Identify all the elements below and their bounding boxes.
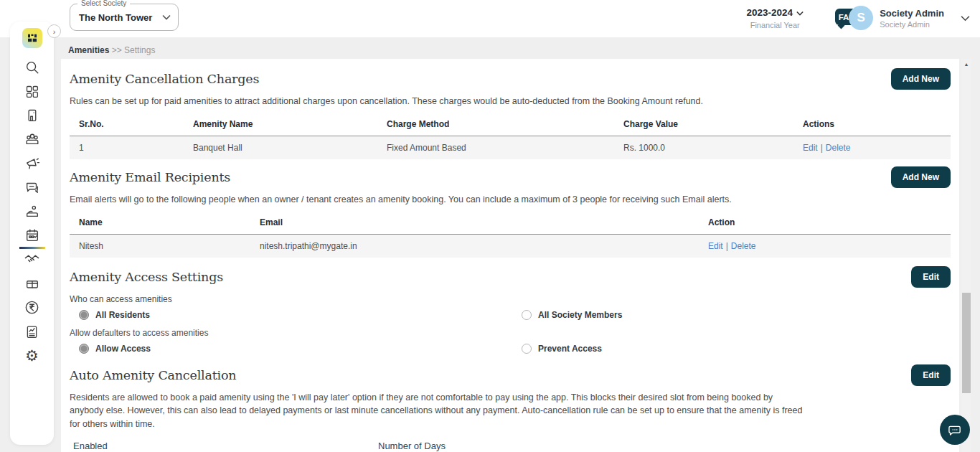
column-header: Sr.No.: [70, 119, 193, 129]
radio-allow-access[interactable]: Allow Access: [79, 344, 151, 354]
reports-icon[interactable]: [20, 320, 44, 344]
financial-year-selector[interactable]: 2023-2024 Financial Year: [746, 6, 804, 29]
table-row: 1 Banquet Hall Fixed Amount Based Rs. 10…: [70, 136, 951, 159]
cell-charge-method: Fixed Amount Based: [387, 143, 623, 153]
column-header: Charge Method: [387, 119, 623, 129]
chat-support-button[interactable]: [940, 415, 970, 445]
radio-selected-icon: [79, 344, 89, 354]
user-name: Society Admin: [880, 8, 944, 19]
edit-link[interactable]: Edit: [803, 143, 818, 153]
partners-handshake-icon[interactable]: [20, 248, 44, 272]
access-settings-title: Amenity Access Settings: [70, 270, 223, 284]
column-header: Charge Value: [623, 119, 803, 129]
assets-box-icon[interactable]: [20, 272, 44, 296]
breadcrumb-amenities[interactable]: Amenities: [68, 45, 109, 55]
radio-label: Prevent Access: [538, 344, 602, 354]
society-select-label: Select Society: [77, 0, 130, 7]
scrollbar[interactable]: ▲: [961, 59, 971, 452]
action-divider: |: [726, 241, 728, 251]
column-header: Actions: [803, 119, 951, 129]
access-settings-edit-button[interactable]: Edit: [911, 266, 951, 288]
auto-cancellation-description: Residents are allowed to book a paid ame…: [70, 391, 809, 430]
edit-link[interactable]: Edit: [708, 241, 723, 251]
column-header: Name: [70, 217, 260, 227]
table-row: Nitesh nitesh.tripathi@mygate.in Edit|De…: [70, 235, 951, 258]
auto-cancellation-table: Enabled Number of Days ✔ 2: [70, 437, 951, 452]
email-recipients-add-new-button[interactable]: Add New: [891, 166, 951, 188]
scrollbar-up-arrow[interactable]: ▲: [961, 59, 971, 67]
community-people-icon[interactable]: [20, 128, 44, 152]
cell-action: Edit|Delete: [708, 241, 951, 251]
amenities-calendar-icon[interactable]: [20, 224, 44, 248]
chevron-down-icon: [796, 7, 804, 18]
mygate-logo-icon[interactable]: [22, 28, 42, 48]
breadcrumb-settings: Settings: [124, 45, 155, 55]
column-header: Action: [708, 217, 951, 227]
financial-year-value: 2023-2024: [746, 7, 793, 18]
settings-panel: Amenity Cancellation Charges Add New Rul…: [61, 59, 959, 452]
search-icon[interactable]: [20, 55, 44, 80]
building-icon[interactable]: [20, 103, 44, 128]
radio-label: Allow Access: [95, 344, 151, 354]
cancellation-add-new-button[interactable]: Add New: [891, 68, 951, 90]
radio-all-society-members[interactable]: All Society Members: [522, 310, 622, 320]
cell-email: nitesh.tripathi@mygate.in: [260, 241, 708, 251]
access-question-1: Who can access amenities: [70, 294, 951, 304]
settings-gear-icon[interactable]: ⚙: [20, 344, 44, 368]
chevron-down-icon: [162, 14, 171, 20]
payments-rupee-icon[interactable]: [20, 296, 44, 320]
user-menu[interactable]: S Society Admin Society Admin: [849, 6, 970, 30]
cell-name: Nitesh: [70, 241, 260, 251]
cell-charge-value: Rs. 1000.0: [623, 143, 803, 153]
scrollbar-thumb[interactable]: [962, 293, 971, 393]
announcement-megaphone-icon[interactable]: [20, 151, 44, 176]
cell-sr-no: 1: [70, 143, 193, 153]
cancellation-charges-description: Rules can be set up for paid amenities t…: [70, 95, 830, 108]
avatar-initial: S: [857, 11, 865, 25]
radio-label: All Residents: [95, 310, 150, 320]
sidebar-expand-button[interactable]: ›: [47, 24, 61, 38]
dashboard-icon[interactable]: [20, 80, 44, 104]
column-header: Number of Days: [378, 441, 951, 451]
cell-actions: Edit|Delete: [803, 143, 951, 153]
top-bar: Select Society The North Tower 2023-2024…: [0, 0, 980, 37]
chevron-down-icon: [961, 15, 970, 22]
financial-year-label: Financial Year: [746, 21, 804, 29]
user-role: Society Admin: [880, 20, 944, 29]
auto-cancellation-edit-button[interactable]: Edit: [911, 364, 951, 386]
radio-label: All Society Members: [538, 310, 622, 320]
email-recipients-table: Name Email Action Nitesh nitesh.tripathi…: [70, 214, 951, 258]
access-question-2: Allow defaulters to access amenities: [70, 328, 951, 338]
helpdesk-icon[interactable]: [20, 199, 44, 224]
delete-link[interactable]: Delete: [826, 143, 851, 153]
radio-prevent-access[interactable]: Prevent Access: [522, 344, 602, 354]
auto-cancellation-title: Auto Amenity Cancellation: [70, 368, 236, 382]
communication-chat-icon[interactable]: [20, 176, 44, 200]
radio-unselected-icon: [522, 344, 532, 354]
cancellation-charges-title: Amenity Cancellation Charges: [70, 72, 259, 86]
email-recipients-title: Amenity Email Recipients: [70, 170, 230, 184]
chat-bubble-icon: [947, 422, 963, 438]
email-recipients-description: Email alerts will go to the following pe…: [70, 193, 830, 206]
society-select-dropdown[interactable]: Select Society The North Tower: [70, 4, 179, 31]
column-header: Amenity Name: [193, 119, 387, 129]
cell-amenity-name: Banquet Hall: [193, 143, 387, 153]
breadcrumb-separator: >>: [112, 45, 122, 55]
radio-selected-icon: [79, 310, 89, 320]
society-name: The North Tower: [79, 12, 152, 23]
column-header: Email: [260, 217, 708, 227]
radio-all-residents[interactable]: All Residents: [79, 310, 150, 320]
delete-link[interactable]: Delete: [731, 241, 756, 251]
sidebar: ⚙: [10, 22, 54, 445]
action-divider: |: [821, 143, 823, 153]
radio-unselected-icon: [522, 310, 532, 320]
breadcrumb: Amenities >> Settings: [68, 45, 155, 55]
cancellation-charges-table: Sr.No. Amenity Name Charge Method Charge…: [70, 116, 951, 159]
avatar: S: [849, 6, 873, 30]
column-header: Enabled: [73, 441, 378, 451]
